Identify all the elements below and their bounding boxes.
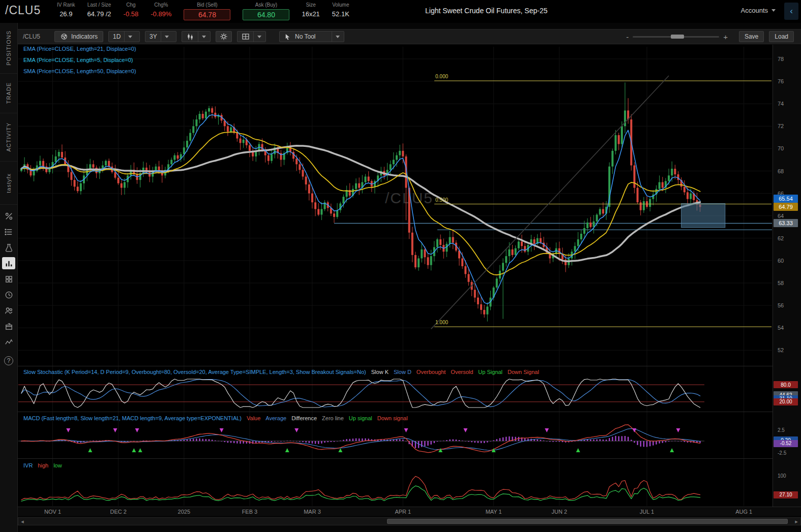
sidebar-tab-tastyfx[interactable]: tastyfx (0, 162, 17, 205)
price-tick: 56 (778, 302, 784, 308)
sidebar-icon-list[interactable] (2, 226, 15, 238)
left-rail-icons (0, 210, 17, 348)
axis-badge: 65.54 (774, 195, 798, 203)
time-tick: AUG 1 (731, 509, 757, 515)
zoom-out-button[interactable]: - (622, 33, 633, 41)
chart-canvas[interactable]: /CLU5 (18, 45, 773, 515)
stat-bid: Bid (Sell)64.78 (184, 2, 230, 20)
gear-icon (220, 33, 228, 41)
time-tick: FEB 3 (237, 509, 262, 515)
zoom-in-button[interactable]: + (719, 33, 732, 41)
sidebar-icon-beaker[interactable] (2, 241, 15, 254)
chevron-down-icon (772, 9, 776, 12)
price-tick: 62 (778, 235, 784, 241)
axis-badge: 63.33 (774, 219, 798, 227)
time-tick: APR 1 (390, 509, 416, 515)
time-tick: 2025 (171, 509, 197, 515)
save-button[interactable]: Save (739, 31, 764, 42)
chart-type-dropdown[interactable] (182, 31, 211, 42)
stat-value: 26.9 (60, 10, 72, 18)
sidebar-icon-clock[interactable] (2, 289, 15, 301)
grid-icon (4, 274, 14, 284)
load-button[interactable]: Load (769, 31, 794, 42)
clock-icon (4, 290, 14, 300)
percent-icon (4, 211, 14, 221)
sidebar-tab-label: POSITIONS (6, 30, 12, 66)
stat-label: Chg% (154, 2, 168, 8)
stat-size: Size16x21 (302, 2, 319, 18)
sidebar-icon-percent[interactable] (2, 210, 15, 222)
legend-item: Zero line (322, 415, 344, 421)
price-tick: 64 (778, 213, 784, 219)
scroll-handle[interactable] (387, 519, 788, 524)
scroll-left-button[interactable]: ◂ (18, 518, 26, 525)
layout-grid-icon (242, 33, 250, 41)
stat-label: Volume (332, 2, 349, 8)
sidebar-tab-positions[interactable]: POSITIONS (0, 23, 17, 74)
layout-dropdown[interactable] (237, 31, 266, 42)
drawing-tool-dropdown[interactable]: No Tool (279, 31, 344, 42)
stat-label: Ask (Buy) (255, 2, 277, 8)
stat-ask: Ask (Buy)64.80 (243, 2, 289, 20)
sidebar-tab-label: TRADE (6, 82, 12, 104)
stat-value: 64.79 /2 (87, 10, 111, 18)
fib-label: 1.000 (435, 320, 448, 325)
sidebar-icon-box[interactable] (2, 320, 15, 332)
help-button[interactable]: ? (4, 356, 13, 365)
legend-item: Average (265, 415, 286, 421)
legend-item: Up signal (349, 415, 372, 421)
study-label-ema21[interactable]: EMA (Price=CLOSE, Length=21, Displace=0) (23, 46, 136, 52)
time-tick: NOV 1 (40, 509, 66, 515)
timeframe-dropdown[interactable]: 1D (108, 31, 140, 42)
quote-header: /CLU5 IV Rank26.9Last / Size64.79 /2Chg-… (0, 0, 801, 23)
chart-scrollbar: ◂ ▸ (18, 517, 801, 525)
study-label-sma50[interactable]: SMA (Price=CLOSE, Length=50, Displace=0) (23, 68, 136, 74)
ivr-study-label[interactable]: IVR (23, 462, 33, 468)
sidebar-tab-label: ACTIVITY (6, 122, 12, 152)
collapse-panel-button[interactable]: ‹ (784, 3, 798, 20)
study-label-ema5[interactable]: EMA (Price=CLOSE, Length=5, Displace=0) (23, 57, 133, 63)
legend-item: Slow D (394, 369, 411, 375)
legend-item: Down Signal (508, 369, 539, 375)
stat-label: IV Rank (57, 2, 75, 8)
zoom-slider-handle[interactable] (671, 35, 684, 39)
symbol-title: /CLU5 (5, 4, 41, 17)
axis-badge: 64.79 (774, 203, 798, 211)
stochastic-study-label[interactable]: Slow Stochastic (K Period=14, D Period=9… (23, 369, 366, 375)
bid-price-button[interactable]: 64.78 (184, 9, 230, 20)
sidebar-icon-people[interactable] (2, 304, 15, 317)
left-rail: POSITIONSTRADEACTIVITYtastyfx ? (0, 23, 18, 532)
chevron-down-icon (332, 32, 340, 42)
quote-stats: IV Rank26.9Last / Size64.79 /2Chg-0.58Ch… (57, 2, 362, 20)
chevron-down-icon (253, 32, 261, 42)
sidebar-tab-activity[interactable]: ACTIVITY (0, 113, 17, 162)
stat-volume: Volume52.1K (332, 2, 349, 18)
accounts-menu[interactable]: Accounts (741, 7, 776, 14)
legend-item: high (38, 462, 48, 468)
chart-symbol-label: /CLU5 (23, 33, 40, 40)
panel-divider (18, 412, 801, 412)
sidebar-icon-wave[interactable] (2, 336, 15, 348)
range-dropdown[interactable]: 3Y (145, 31, 176, 42)
settings-button[interactable] (216, 31, 232, 42)
indicators-button[interactable]: Indicators (54, 31, 103, 42)
time-axis[interactable]: NOV 1DEC 22025FEB 3MAR 3APR 1MAY 1JUN 2J… (18, 507, 801, 516)
box-icon (4, 322, 14, 331)
stat-label: Bid (Sell) (197, 2, 218, 8)
price-axis[interactable]: 52545658606264666870727476782.5-2.510065… (773, 45, 801, 507)
ask-price-button[interactable]: 64.80 (243, 9, 289, 20)
price-tick: 70 (778, 145, 784, 151)
indicators-label: Indicators (71, 33, 98, 40)
sidebar-icon-grid[interactable] (2, 273, 15, 285)
zoom-slider[interactable] (633, 36, 719, 38)
drawing-tool-value: No Tool (295, 33, 315, 40)
macd-study-label[interactable]: MACD (Fast length=8, Slow length=21, MAC… (23, 415, 242, 421)
scroll-right-button[interactable]: ▸ (792, 518, 800, 525)
chevron-down-icon (124, 32, 132, 42)
panel-divider (18, 458, 801, 459)
sidebar-tab-trade[interactable]: TRADE (0, 74, 17, 113)
stat-last-size: Last / Size64.79 /2 (87, 2, 111, 18)
sidebar-icon-bars[interactable] (2, 257, 15, 269)
fib-label: 0.000 (435, 74, 448, 79)
stat-value: 52.1K (332, 10, 349, 18)
